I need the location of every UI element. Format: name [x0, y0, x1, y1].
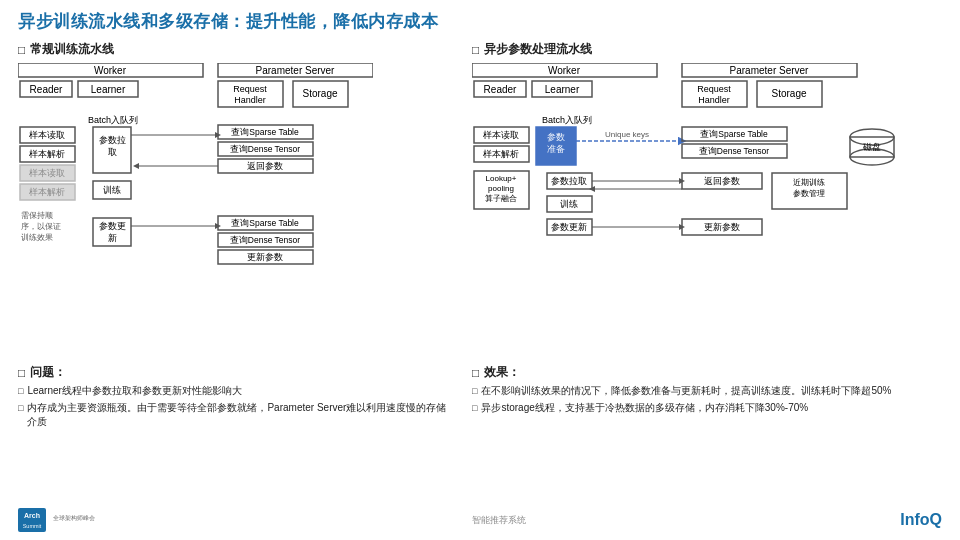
svg-text:参数管理: 参数管理: [793, 189, 825, 198]
svg-text:Storage: Storage: [771, 88, 806, 99]
effects-section: 效果： 在不影响训练效果的情况下，降低参数准备与更新耗时，提高训练速度。训练耗时…: [472, 364, 942, 415]
content-area: 常规训练流水线 Worker Parameter Server Reader L…: [18, 41, 942, 432]
arch-summit-logo: Arch Summit 全球架构师峰会: [18, 506, 98, 534]
svg-text:Learner: Learner: [91, 84, 126, 95]
effects-title: 效果：: [472, 364, 942, 381]
svg-text:Batch入队列: Batch入队列: [542, 115, 592, 125]
svg-text:查询Dense Tensor: 查询Dense Tensor: [699, 146, 769, 156]
footer-left: Arch Summit 全球架构师峰会: [18, 506, 98, 534]
svg-text:查询Sparse Table: 查询Sparse Table: [700, 129, 768, 139]
svg-text:需保持顺: 需保持顺: [21, 211, 53, 220]
footer: Arch Summit 全球架构师峰会 智能推荐系统 InfoQ: [0, 506, 960, 534]
svg-text:算子融合: 算子融合: [485, 194, 517, 203]
svg-text:查询Sparse Table: 查询Sparse Table: [231, 218, 299, 228]
svg-text:参数拉取: 参数拉取: [551, 176, 587, 186]
svg-text:Reader: Reader: [30, 84, 63, 95]
svg-text:样本读取: 样本读取: [29, 130, 65, 140]
svg-text:更新参数: 更新参数: [704, 222, 740, 232]
svg-text:全球架构师峰会: 全球架构师峰会: [53, 515, 95, 521]
svg-text:Batch入队列: Batch入队列: [88, 115, 138, 125]
svg-text:查询Dense Tensor: 查询Dense Tensor: [230, 144, 300, 154]
svg-text:Parameter Server: Parameter Server: [256, 65, 336, 76]
svg-text:Request: Request: [233, 84, 267, 94]
svg-text:Handler: Handler: [698, 95, 730, 105]
svg-text:Unique keys: Unique keys: [605, 130, 649, 139]
svg-text:pooling: pooling: [488, 184, 514, 193]
svg-text:Summit: Summit: [23, 523, 42, 529]
infoq-label: InfoQ: [900, 511, 942, 529]
svg-text:Arch: Arch: [24, 512, 40, 519]
svg-text:训练: 训练: [560, 199, 578, 209]
left-pipeline-diagram: Worker Parameter Server Reader Learner R…: [18, 63, 373, 358]
svg-text:参数更: 参数更: [99, 221, 126, 231]
svg-text:返回参数: 返回参数: [247, 161, 283, 171]
svg-text:Storage: Storage: [302, 88, 337, 99]
svg-text:Worker: Worker: [94, 65, 127, 76]
svg-text:准备: 准备: [547, 144, 565, 154]
issues-section: 问题： Learner线程中参数拉取和参数更新对性能影响大 内存成为主要资源瓶颈…: [18, 364, 452, 429]
blog-label: 智能推荐系统: [472, 514, 526, 527]
issue-item-2: 内存成为主要资源瓶颈。由于需要等待全部参数就绪，Parameter Server…: [18, 401, 452, 429]
svg-text:参数拉: 参数拉: [99, 135, 126, 145]
svg-text:近期训练: 近期训练: [793, 178, 825, 187]
right-panel: 异步参数处理流水线 Worker Parameter Server: [472, 41, 942, 432]
svg-text:参数更新: 参数更新: [551, 222, 587, 232]
svg-text:参数: 参数: [547, 132, 565, 142]
slide-title: 异步训练流水线和多级存储：提升性能，降低内存成本: [18, 10, 942, 33]
svg-text:更新参数: 更新参数: [247, 252, 283, 262]
svg-text:样本解析: 样本解析: [29, 187, 65, 197]
blog-name: 智能推荐系统: [472, 515, 526, 525]
svg-text:Lookup+: Lookup+: [486, 174, 517, 183]
svg-text:Reader: Reader: [484, 84, 517, 95]
svg-text:Handler: Handler: [234, 95, 266, 105]
svg-text:样本读取: 样本读取: [29, 168, 65, 178]
svg-text:新: 新: [108, 233, 117, 243]
right-pipeline-diagram: Worker Parameter Server Reader Learner R…: [472, 63, 942, 358]
effect-item-1: 在不影响训练效果的情况下，降低参数准备与更新耗时，提高训练速度。训练耗时下降超5…: [472, 384, 942, 398]
svg-text:Learner: Learner: [545, 84, 580, 95]
issues-title: 问题：: [18, 364, 452, 381]
svg-text:查询Dense Tensor: 查询Dense Tensor: [230, 235, 300, 245]
svg-text:样本解析: 样本解析: [483, 149, 519, 159]
svg-text:训练: 训练: [103, 185, 121, 195]
slide: 异步训练流水线和多级存储：提升性能，降低内存成本 常规训练流水线 Worker …: [0, 0, 960, 540]
left-section-title: 常规训练流水线: [18, 41, 452, 58]
svg-text:样本解析: 样本解析: [29, 149, 65, 159]
svg-text:Request: Request: [697, 84, 731, 94]
svg-text:查询Sparse Table: 查询Sparse Table: [231, 127, 299, 137]
right-section-title: 异步参数处理流水线: [472, 41, 942, 58]
svg-text:Parameter Server: Parameter Server: [730, 65, 810, 76]
svg-text:样本读取: 样本读取: [483, 130, 519, 140]
issue-item-1: Learner线程中参数拉取和参数更新对性能影响大: [18, 384, 452, 398]
effect-item-2: 异步storage线程，支持基于冷热数据的多级存储，内存消耗下降30%-70%: [472, 401, 942, 415]
left-panel: 常规训练流水线 Worker Parameter Server Reader L…: [18, 41, 452, 432]
svg-text:取: 取: [108, 147, 117, 157]
svg-text:返回参数: 返回参数: [704, 176, 740, 186]
svg-text:序，以保证: 序，以保证: [21, 222, 61, 231]
svg-text:训练效果: 训练效果: [21, 233, 53, 242]
svg-text:Worker: Worker: [548, 65, 581, 76]
svg-text:磁盘: 磁盘: [862, 142, 881, 152]
